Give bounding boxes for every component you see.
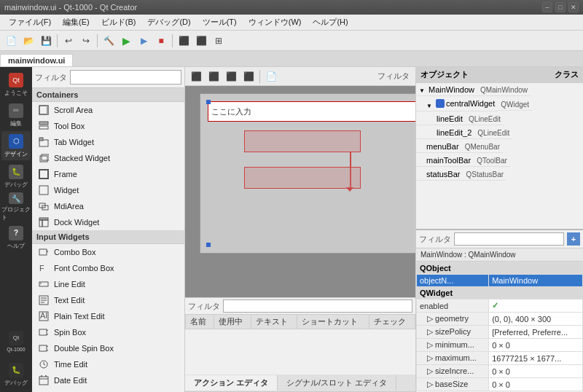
tree-row-menubar[interactable]: menuBar QMenuBar [416, 140, 583, 154]
sidebar-debug2[interactable]: 🐛 デバッグ [1, 360, 31, 389]
debug-run-button[interactable]: ▶ [136, 33, 152, 49]
undo-button[interactable]: ↩ [60, 33, 77, 49]
widget-widget[interactable]: Widget [32, 182, 184, 198]
widget-mdiarea[interactable]: MdiArea [32, 198, 184, 214]
properties-panel: フィルタ + MainWindow : QMainWindow QObject … [416, 230, 583, 392]
prop-enabled-value[interactable]: ✓ [489, 299, 583, 313]
prop-geometry-value[interactable]: (0, 0), 400 × 300 [489, 313, 583, 326]
date-edit-label: Date Edit [54, 376, 87, 385]
svg-rect-29 [39, 345, 47, 351]
canvas-btn-2[interactable]: ⬛ [206, 68, 222, 85]
widget-filter-input[interactable] [70, 70, 181, 85]
menu-help[interactable]: ヘルプ(H) [307, 15, 353, 29]
menu-debug[interactable]: デバッグ(D) [141, 15, 196, 29]
prop-maximum[interactable]: ▷ maximum... 16777215 × 1677... [417, 352, 583, 365]
handle-tl[interactable] [206, 100, 211, 104]
widget-date-edit[interactable]: Date Edit [32, 372, 184, 388]
widget-filter-row: フィルタ [32, 67, 184, 88]
widget-text-edit[interactable]: Text Edit [32, 292, 184, 308]
widget-scroll-area[interactable]: Scroll Area [32, 102, 184, 118]
prop-minimum-value[interactable]: 0 × 0 [489, 339, 583, 352]
prop-objectname[interactable]: objectN... MainWindow [417, 275, 583, 287]
canvas-text-input[interactable]: ここに入力 [208, 101, 415, 122]
props-filter-input[interactable] [454, 232, 564, 246]
open-button[interactable]: 📂 [20, 33, 36, 49]
svg-rect-9 [39, 186, 48, 195]
menu-build[interactable]: ビルド(B) [95, 15, 142, 29]
prop-basesize-value[interactable]: 0 × 0 [489, 378, 583, 391]
sidebar-edit[interactable]: ✏ 編集 [1, 101, 31, 130]
canvas-btn-3[interactable]: ⬛ [223, 68, 239, 85]
sidebar-debug[interactable]: 🐛 デバッグ [1, 162, 31, 191]
handle-bl[interactable] [206, 243, 211, 247]
tab-mainwindow[interactable]: mainwindow.ui [0, 54, 73, 66]
canvas-btn-4[interactable]: ⬛ [240, 68, 257, 85]
widget-font-combo[interactable]: F Font Combo Box [32, 260, 184, 276]
widget-dock[interactable]: Dock Widget [32, 214, 184, 230]
maximize-button[interactable]: □ [555, 2, 566, 12]
tree-row-centralwidget[interactable]: ▼ centralWidget QWidget [416, 97, 583, 112]
tree-row-lineedit[interactable]: lineEdit QLineEdit [416, 112, 583, 126]
close-button[interactable]: ✕ [568, 2, 579, 12]
widget-tab-widget[interactable]: Tab Widget [32, 134, 184, 150]
tree-row-mainwindow[interactable]: ▼ MainWindow QMainWindow [416, 83, 583, 97]
sidebar-design[interactable]: ⬡ デザイン [1, 131, 31, 160]
align-right-button[interactable]: ⬛ [193, 33, 209, 49]
svg-rect-2 [39, 122, 48, 125]
sidebar-welcome[interactable]: Qt ようこそ [1, 70, 31, 99]
widget-time-edit[interactable]: Time Edit [32, 356, 184, 372]
tab-signal-editor[interactable]: シグナル/スロット エディタ [278, 375, 396, 391]
menu-window[interactable]: ウィンドウ(W) [243, 15, 308, 29]
widget-spin-box[interactable]: Spin Box [32, 324, 184, 340]
widget-frame[interactable]: Frame [32, 166, 184, 182]
svg-rect-13 [39, 220, 42, 227]
prop-maximum-value[interactable]: 16777215 × 1677... [489, 352, 583, 365]
new-button[interactable]: 📄 [3, 33, 19, 49]
line-edit-icon [38, 278, 50, 290]
canvas-btn-5[interactable]: 📄 [263, 68, 279, 85]
save-button[interactable]: 💾 [38, 33, 54, 49]
tree-row-toolbar[interactable]: mainToolBar QToolBar [416, 154, 583, 168]
prop-sizeincrement-value[interactable]: 0 × 0 [489, 365, 583, 378]
redo-button[interactable]: ↪ [78, 33, 94, 49]
widget-stacked[interactable]: Stacked Widget [32, 150, 184, 166]
sidebar-qt1000[interactable]: Qt Qt-1000 [1, 326, 31, 356]
widget-double-spin[interactable]: Double Spin Box [32, 340, 184, 356]
widget-plain-text[interactable]: AI Plain Text Edit [32, 308, 184, 324]
prop-sizeincrement-key: ▷ sizeIncre... [417, 365, 489, 378]
sidebar-project[interactable]: 🔧 プロジェクト [1, 192, 31, 222]
bottom-filter-input[interactable] [223, 299, 412, 313]
align-left-button[interactable]: ⬛ [176, 33, 192, 49]
canvas-widget-1[interactable] [244, 130, 361, 152]
tree-row-statusbar[interactable]: statusBar QStatusBar [416, 168, 583, 181]
build-button[interactable]: 🔨 [101, 33, 117, 49]
menu-file[interactable]: ファイル(F) [3, 15, 57, 29]
canvas-widget-2[interactable] [244, 167, 361, 189]
prop-sizepolicy-value[interactable]: [Preferred, Preferre... [489, 326, 583, 339]
sidebar-help[interactable]: ? ヘルプ [1, 223, 31, 252]
canvas-content[interactable]: ここに入力 textChanged(Q... setText(QStrin... [185, 86, 415, 297]
menu-tools[interactable]: ツール(T) [197, 15, 243, 29]
prop-sizeincrement[interactable]: ▷ sizeIncre... 0 × 0 [417, 365, 583, 378]
prop-basesize[interactable]: ▷ baseSize 0 × 0 [417, 378, 583, 391]
prop-geometry[interactable]: ▷ geometry (0, 0), 400 × 300 [417, 313, 583, 326]
expand-icon[interactable]: ▼ [419, 87, 425, 94]
grid-button[interactable]: ⊞ [211, 33, 227, 49]
tab-action-editor[interactable]: アクション エディタ [185, 375, 278, 391]
minimize-button[interactable]: – [542, 2, 552, 12]
add-property-button[interactable]: + [567, 232, 580, 246]
canvas-btn-1[interactable]: ⬛ [188, 68, 204, 85]
prop-minimum[interactable]: ▷ minimum... 0 × 0 [417, 339, 583, 352]
run-button[interactable]: ▶ [118, 33, 134, 49]
prop-objectname-value[interactable]: MainWindow [489, 275, 583, 287]
prop-sizepolicy[interactable]: ▷ sizePolicy [Preferred, Preferre... [417, 326, 583, 339]
prop-enabled[interactable]: enabled ✓ [417, 299, 583, 313]
expand-icon-2[interactable]: ▼ [426, 103, 432, 109]
widget-combo-box[interactable]: Combo Box [32, 244, 184, 260]
menu-edit[interactable]: 編集(E) [57, 15, 95, 29]
widget-line-edit[interactable]: Line Edit [32, 276, 184, 292]
dock-label: Dock Widget [54, 218, 99, 227]
stop-button[interactable]: ■ [153, 33, 169, 49]
tree-row-lineedit2[interactable]: lineEdit_2 QLineEdit [416, 126, 583, 140]
widget-tool-box[interactable]: Tool Box [32, 118, 184, 134]
